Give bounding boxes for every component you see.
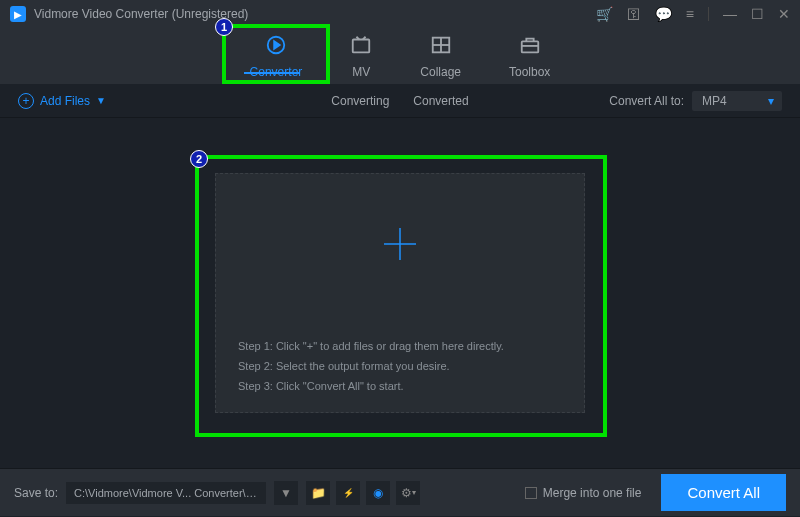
annotation-badge-2: 2 [190,150,208,168]
step-text: Step 2: Select the output format you des… [238,360,562,372]
plus-icon: + [18,93,34,109]
dropzone[interactable]: Step 1: Click "+" to add files or drag t… [215,173,585,413]
save-to-label: Save to: [14,486,58,500]
svg-rect-2 [353,39,370,52]
feedback-icon[interactable]: 💬 [655,6,672,22]
tab-mv[interactable]: MV [350,34,372,79]
save-path-dropdown[interactable]: ▼ [274,481,298,505]
step-text: Step 3: Click "Convert All" to start. [238,380,562,392]
settings-icon[interactable]: ⚙▾ [396,481,420,505]
svg-marker-1 [274,41,280,48]
add-files-label: Add Files [40,94,90,108]
toolbar: + Add Files ▼ Converting Converted Conve… [0,84,800,118]
convert-all-to-label: Convert All to: [609,94,684,108]
maximize-icon[interactable]: ☐ [751,6,764,22]
merge-checkbox[interactable]: Merge into one file [525,486,642,500]
tab-label: Collage [420,65,461,79]
tab-toolbox[interactable]: Toolbox [509,34,550,79]
toolbox-icon [519,34,541,61]
save-path-field[interactable]: C:\Vidmore\Vidmore V... Converter\Conver… [66,482,266,504]
convert-all-button[interactable]: Convert All [661,474,786,511]
step-text: Step 1: Click "+" to add files or drag t… [238,340,562,352]
tab-label: Toolbox [509,65,550,79]
menu-icon[interactable]: ≡ [686,6,694,22]
footer: Save to: C:\Vidmore\Vidmore V... Convert… [0,468,800,516]
titlebar: ▶ Vidmore Video Converter (Unregistered)… [0,0,800,28]
merge-label: Merge into one file [543,486,642,500]
sub-tab-converted[interactable]: Converted [413,94,468,108]
add-files-plus-button[interactable] [380,224,420,267]
minimize-icon[interactable]: — [723,6,737,22]
svg-rect-6 [521,41,538,52]
app-logo-icon: ▶ [10,6,26,22]
sub-tab-converting[interactable]: Converting [331,94,389,108]
key-icon[interactable]: ⚿ [627,6,641,22]
output-format-select[interactable]: MP4 [692,91,782,111]
high-speed-icon[interactable]: ◉ [366,481,390,505]
format-value: MP4 [702,94,727,108]
main-tabs: Converter MV Collage Toolbox [0,28,800,84]
chevron-down-icon: ▼ [96,95,106,106]
tab-collage[interactable]: Collage [420,34,461,79]
open-folder-icon[interactable]: 📁 [306,481,330,505]
checkbox-box [525,487,537,499]
converter-icon [265,34,287,61]
add-files-button[interactable]: + Add Files ▼ [18,93,106,109]
close-icon[interactable]: ✕ [778,6,790,22]
content-area: Step 1: Click "+" to add files or drag t… [0,118,800,468]
window-title: Vidmore Video Converter (Unregistered) [34,7,248,21]
hw-accel-icon[interactable]: ⚡ [336,481,360,505]
mv-icon [350,34,372,61]
cart-icon[interactable]: 🛒 [596,6,613,22]
tab-label: MV [352,65,370,79]
annotation-badge-1: 1 [215,18,233,36]
collage-icon [430,34,452,61]
